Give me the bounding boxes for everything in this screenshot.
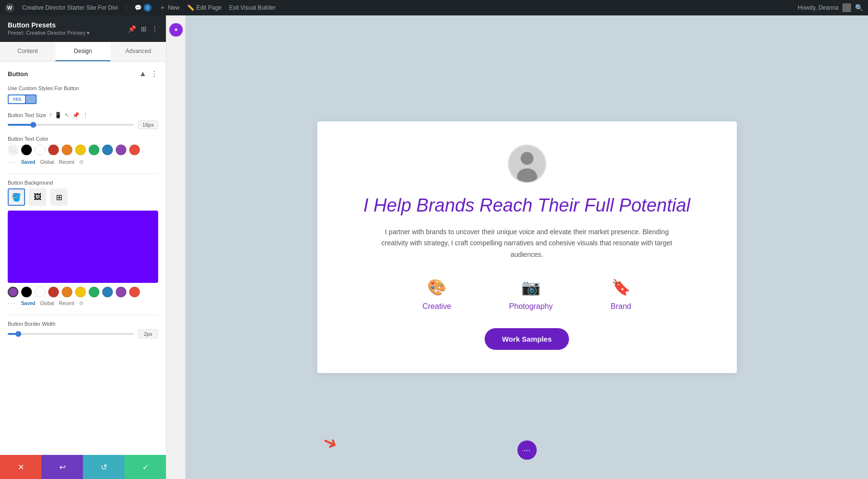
tab-content[interactable]: Content xyxy=(0,42,55,61)
custom-styles-toggle[interactable]: YES xyxy=(8,94,37,104)
bg-swatch-brightred[interactable] xyxy=(129,287,140,297)
bg-swatch-purple2[interactable] xyxy=(116,287,126,297)
pin-small-icon[interactable]: 📌 xyxy=(72,112,80,119)
brand-label: Brand xyxy=(610,302,631,311)
color-more-btn[interactable]: ··· xyxy=(8,158,16,166)
user-avatar[interactable] xyxy=(842,3,851,12)
tab-advanced[interactable]: Advanced xyxy=(110,42,166,61)
border-width-value[interactable]: 2px xyxy=(138,330,158,338)
bg-swatch-orange[interactable] xyxy=(62,287,72,297)
text-size-value[interactable]: 16px xyxy=(138,120,158,129)
text-size-label: Button Text Size xyxy=(8,112,46,118)
bg-color-more-btn[interactable]: ··· xyxy=(8,299,16,307)
comment-link[interactable]: 💬 0 xyxy=(135,4,151,12)
color-swatch-black[interactable] xyxy=(21,145,32,155)
bg-label: Button Background xyxy=(8,180,158,186)
border-slider-thumb[interactable] xyxy=(15,331,21,337)
search-icon[interactable]: 🔍 xyxy=(855,4,863,12)
bg-color-swatches xyxy=(8,287,158,297)
more-options-icon[interactable]: ⋮ xyxy=(82,112,88,119)
border-width-label: Button Border Width xyxy=(8,321,158,327)
avatar-image xyxy=(509,145,545,183)
color-swatch-green[interactable] xyxy=(89,145,99,155)
text-size-slider-track[interactable] xyxy=(8,124,134,126)
bg-color-preview[interactable] xyxy=(8,211,158,283)
color-swatch-blue[interactable] xyxy=(102,145,113,155)
bg-swatch-green[interactable] xyxy=(89,287,99,297)
bg-swatch-blue[interactable] xyxy=(102,287,113,297)
section-title-button: Button xyxy=(8,70,28,78)
redo-button[interactable]: ↺ xyxy=(83,455,124,479)
services-row: 🎨 Creative 📷 Photography 🔖 Brand xyxy=(346,278,708,311)
border-slider-row: 2px xyxy=(8,330,158,338)
menu-icon[interactable]: ⋮ xyxy=(151,25,158,33)
content-card: I Help Brands Reach Their Full Potential… xyxy=(317,121,737,373)
bg-saved-label[interactable]: Saved xyxy=(21,301,35,306)
bg-type-icons: 🪣 🖼 ⊞ xyxy=(8,188,158,206)
edit-page-link[interactable]: ✏️ Edit Page xyxy=(187,4,221,11)
button-text-size-field: Button Text Size ? 📱 ↖ 📌 ⋮ 16px xyxy=(8,112,158,129)
color-swatch-white[interactable] xyxy=(35,145,45,155)
bg-swatch-black[interactable] xyxy=(21,287,32,297)
color-recent-label[interactable]: Recent xyxy=(59,160,74,165)
bg-swatch-yellow[interactable] xyxy=(75,287,86,297)
panel-header-icons: 📌 ⊞ ⋮ xyxy=(128,25,158,33)
bg-solid-icon[interactable]: 🪣 xyxy=(8,188,25,206)
button-background-field: Button Background 🪣 🖼 ⊞ xyxy=(8,180,158,307)
bg-settings-icon[interactable]: ⚙ xyxy=(79,300,84,306)
color-swatch-red[interactable] xyxy=(48,145,59,155)
section-collapse-icon[interactable]: ▲ xyxy=(139,69,147,79)
bg-swatch-red[interactable] xyxy=(48,287,59,297)
section-header-button: Button ▲ ⋮ xyxy=(8,69,158,79)
bg-global-label[interactable]: Global xyxy=(40,301,54,306)
help-icon[interactable]: ? xyxy=(49,112,52,118)
panel-tabs: Content Design Advanced xyxy=(0,42,166,62)
pin-icon[interactable]: 📌 xyxy=(128,25,136,33)
panel-header: Button Presets Preset: Creative Director… xyxy=(0,15,166,42)
site-name-link[interactable]: Creative Director Starter Site For Divi xyxy=(22,4,118,11)
save-button[interactable]: ✓ xyxy=(124,455,166,479)
bg-swatch-white[interactable] xyxy=(35,287,45,297)
color-swatch-orange[interactable] xyxy=(62,145,72,155)
color-saved-label[interactable]: Saved xyxy=(21,160,35,165)
color-global-label[interactable]: Global xyxy=(40,160,54,165)
bg-image-icon[interactable]: 🖼 xyxy=(29,188,46,206)
mobile-icon[interactable]: 📱 xyxy=(54,112,62,119)
photography-icon: 📷 xyxy=(521,278,541,296)
bg-swatch-purple[interactable] xyxy=(8,287,18,297)
profile-avatar xyxy=(508,145,546,183)
color-settings-icon[interactable]: ⚙ xyxy=(79,159,84,165)
divider-2 xyxy=(8,315,158,315)
text-color-swatches xyxy=(8,145,158,155)
divi-toggle-col: ✦ xyxy=(166,15,186,479)
comment-count-badge: 0 xyxy=(144,4,151,12)
svg-line-0 xyxy=(9,146,18,155)
layout-icon[interactable]: ⊞ xyxy=(141,25,147,33)
cursor-icon[interactable]: ↖ xyxy=(65,112,69,119)
photography-label: Photography xyxy=(509,302,553,311)
exit-builder-link[interactable]: Exit Visual Builder xyxy=(229,4,276,11)
color-swatch-yellow[interactable] xyxy=(75,145,86,155)
section-options-icon[interactable]: ⋮ xyxy=(150,69,158,79)
panel-header-info: Button Presets Preset: Creative Director… xyxy=(8,21,90,36)
panel-preset[interactable]: Preset: Creative Director Primary ▾ xyxy=(8,30,90,36)
cancel-button[interactable]: ✕ xyxy=(0,455,41,479)
new-link[interactable]: ＋ New xyxy=(159,3,179,12)
color-swatch-purple[interactable] xyxy=(116,145,126,155)
color-swatch-bright-red[interactable] xyxy=(129,145,140,155)
border-slider-track[interactable] xyxy=(8,333,134,335)
main-layout: Button Presets Preset: Creative Director… xyxy=(0,15,868,479)
color-swatch-transparent[interactable] xyxy=(8,145,18,155)
tab-design[interactable]: Design xyxy=(55,42,111,61)
cta-button[interactable]: Work Samples xyxy=(485,328,569,350)
text-size-slider-wrapper: 16px xyxy=(8,120,158,129)
undo-button[interactable]: ↩ xyxy=(41,455,83,479)
divi-toggle-button[interactable]: ✦ xyxy=(169,23,183,37)
bg-recent-label[interactable]: Recent xyxy=(59,301,74,306)
floating-dots-button[interactable]: ··· xyxy=(517,440,537,460)
bg-pattern-icon[interactable]: ⊞ xyxy=(50,188,68,206)
howdy-section: Howdy, Deanna 🔍 xyxy=(798,3,864,12)
text-size-slider-fill xyxy=(8,124,33,126)
text-size-slider-thumb[interactable] xyxy=(30,122,36,128)
wp-logo-icon[interactable]: W xyxy=(5,3,14,13)
